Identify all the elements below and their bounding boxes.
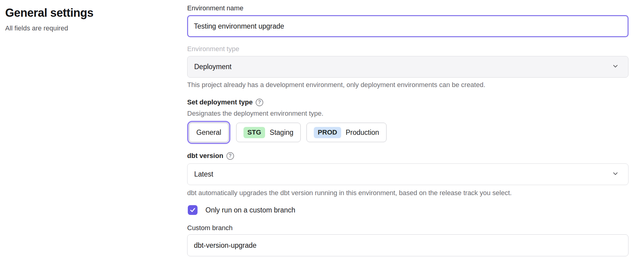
deployment-type-label: Set deployment type [187, 98, 253, 107]
general-button-label: General [196, 128, 221, 137]
deployment-type-section: Set deployment type ? Designates the dep… [187, 98, 628, 144]
custom-branch-checkbox-label[interactable]: Only run on a custom branch [205, 206, 295, 214]
environment-type-label: Environment type [187, 44, 628, 54]
chevron-down-icon [612, 62, 619, 72]
environment-type-field: Environment type Deployment This project… [187, 44, 628, 89]
dbt-version-field: dbt version ? Latest dbt automatically u… [187, 151, 628, 197]
dbt-version-value: Latest [194, 170, 213, 178]
production-button-label: Production [346, 128, 379, 137]
deployment-type-general-button[interactable]: General [189, 123, 229, 142]
custom-branch-field: Custom branch dbt-version-upgrade [187, 223, 628, 256]
production-badge: PROD [314, 127, 341, 138]
custom-branch-toggle-row: Only run on a custom branch [187, 205, 628, 215]
staging-button-label: Staging [270, 128, 293, 137]
environment-name-field: Environment name Testing environment upg… [187, 4, 628, 37]
help-icon[interactable]: ? [256, 99, 263, 106]
dbt-version-label: dbt version [187, 151, 223, 160]
environment-type-value: Deployment [194, 63, 232, 71]
deployment-type-helper: Designates the deployment environment ty… [187, 109, 628, 118]
custom-branch-label: Custom branch [187, 223, 628, 233]
environment-name-label: Environment name [187, 4, 628, 13]
dbt-version-select[interactable]: Latest [187, 163, 628, 185]
environment-name-value: Testing environment upgrade [194, 22, 284, 30]
custom-branch-input[interactable]: dbt-version-upgrade [187, 234, 628, 256]
deployment-type-production-button[interactable]: PROD Production [306, 123, 387, 142]
settings-header: General settings All fields are required [0, 0, 187, 263]
staging-badge: STG [243, 127, 265, 138]
page-title: General settings [5, 6, 175, 19]
custom-branch-value: dbt-version-upgrade [194, 241, 257, 250]
help-icon[interactable]: ? [226, 152, 234, 160]
dbt-version-helper: dbt automatically upgrades the dbt versi… [187, 189, 628, 197]
environment-type-helper: This project already has a development e… [187, 81, 628, 89]
deployment-type-staging-button[interactable]: STG Staging [236, 123, 301, 142]
custom-branch-checkbox[interactable] [188, 205, 198, 215]
chevron-down-icon [612, 170, 619, 179]
general-settings-form: Environment name Testing environment upg… [187, 0, 628, 263]
check-icon [189, 207, 196, 213]
deployment-type-options: General STG Staging PROD Production [187, 121, 628, 144]
page-subtitle: All fields are required [5, 24, 175, 33]
environment-type-select: Deployment [187, 56, 628, 78]
environment-name-input[interactable]: Testing environment upgrade [187, 15, 628, 37]
